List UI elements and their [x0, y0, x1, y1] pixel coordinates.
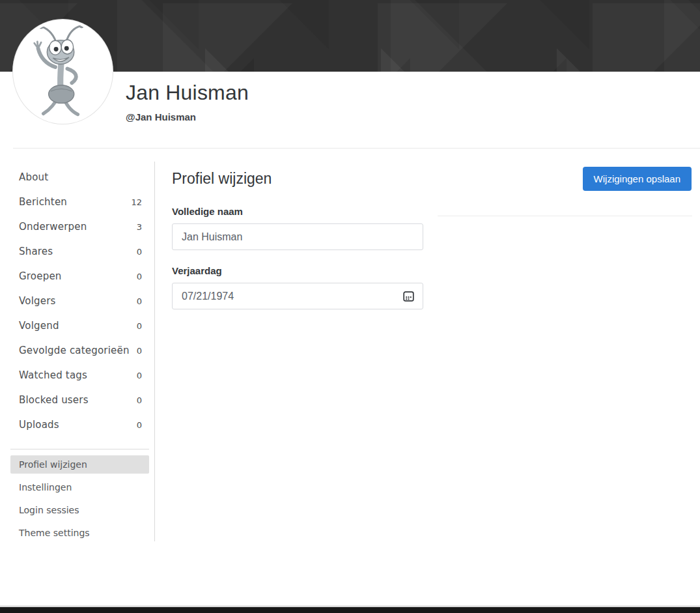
sidebar-item-instellingen[interactable]: Instellingen [10, 478, 149, 496]
stat-label: Volgend [19, 320, 59, 332]
avatar[interactable] [13, 20, 113, 124]
stat-count: 12 [131, 197, 142, 207]
stat-label: Gevolgde categorieën [19, 345, 130, 356]
stat-count: 0 [137, 395, 142, 405]
sidebar-item-about[interactable]: About [19, 165, 142, 190]
sidebar-item-groepen[interactable]: Groepen0 [19, 264, 142, 289]
sidebar-item-berichten[interactable]: Berichten12 [19, 190, 142, 214]
stat-count: 3 [137, 222, 142, 232]
stat-count: 0 [137, 247, 142, 257]
footer-bar [0, 607, 700, 613]
fullname-field-wrap [172, 223, 423, 250]
sidebar-item-watched-tags[interactable]: Watched tags0 [19, 363, 142, 388]
right-panel-divider [438, 216, 692, 216]
header-divider [13, 148, 700, 149]
stat-label: Blocked users [19, 394, 89, 406]
sidebar-item-volgend[interactable]: Volgend0 [19, 313, 142, 338]
stat-count: 0 [137, 321, 142, 331]
birthday-label: Verjaardag [172, 265, 423, 276]
stat-count: 0 [137, 420, 142, 430]
profile-identity: Jan Huisman @Jan Huisman [126, 79, 249, 122]
sidebar-item-uploads[interactable]: Uploads0 [19, 412, 142, 437]
main-header: Profiel wijzigen Wijzigingen opslaan [172, 167, 692, 191]
stat-label: Groepen [19, 270, 62, 282]
birthday-field-wrap [172, 283, 423, 309]
sidebar-vertical-divider [154, 162, 155, 541]
fullname-input[interactable] [172, 223, 423, 250]
stat-label: Watched tags [19, 369, 87, 381]
field-gap [172, 250, 423, 265]
stat-label: About [19, 171, 48, 183]
sidebar-item-profiel-wijzigen[interactable]: Profiel wijzigen [10, 455, 149, 474]
profile-edit-form: Volledige naam Verjaardag [172, 206, 423, 309]
page-title: Profiel wijzigen [172, 167, 272, 191]
sidebar-item-blocked-users[interactable]: Blocked users0 [19, 388, 142, 412]
profile-display-name: Jan Huisman [126, 79, 249, 106]
stat-count: 0 [137, 296, 142, 306]
sidebar-item-onderwerpen[interactable]: Onderwerpen3 [19, 214, 142, 239]
stat-label: Berichten [19, 196, 67, 208]
birthday-input[interactable] [172, 283, 423, 309]
stat-label: Uploads [19, 419, 59, 431]
save-changes-button[interactable]: Wijzigingen opslaan [583, 167, 692, 191]
sidebar-item-volgers[interactable]: Volgers0 [19, 289, 142, 313]
sidebar-item-theme-settings[interactable]: Theme settings [10, 524, 149, 542]
stat-count: 0 [137, 371, 142, 380]
stat-label: Onderwerpen [19, 221, 87, 233]
sidebar-settings: Profiel wijzigen Instellingen Login sess… [10, 455, 149, 547]
stat-label: Volgers [19, 295, 56, 307]
fullname-label: Volledige naam [172, 206, 423, 217]
sidebar-item-shares[interactable]: Shares0 [19, 239, 142, 264]
stat-count: 0 [137, 272, 142, 281]
stat-count: 0 [137, 346, 142, 356]
sidebar-item-gevolgde-categorieen[interactable]: Gevolgde categorieën0 [19, 338, 142, 363]
stat-label: Shares [19, 246, 53, 257]
profile-page: Jan Huisman @Jan Huisman About Berichten… [0, 0, 700, 613]
profile-username: @Jan Huisman [126, 111, 249, 122]
ant-avatar-icon [16, 22, 110, 121]
calendar-icon[interactable] [403, 291, 414, 302]
sidebar-item-login-sessies[interactable]: Login sessies [10, 501, 149, 519]
sidebar-stats: About Berichten12 Onderwerpen3 Shares0 G… [19, 165, 142, 437]
sidebar-section-divider [10, 449, 149, 449]
